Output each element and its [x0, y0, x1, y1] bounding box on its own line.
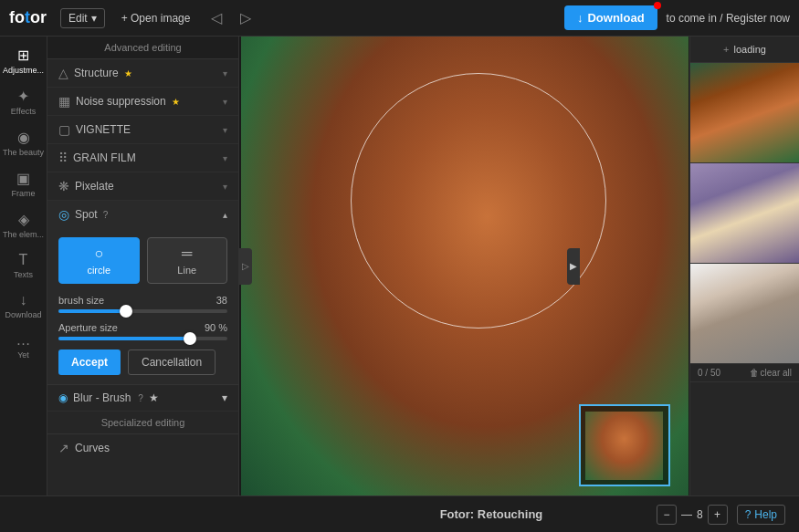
tool-label: GRAIN FILM [73, 151, 136, 164]
tool-panel: Advanced editing △ Structure ★ ▾ ▦ Noise… [47, 37, 239, 495]
sidebar-item-effects[interactable]: ✦ Effects [0, 82, 47, 121]
brush-size-slider[interactable] [58, 309, 227, 313]
brush-size-fill [58, 309, 126, 313]
spot-header[interactable]: ◎ Spot ? ▴ [47, 201, 238, 228]
right-thumb-1[interactable] [690, 63, 799, 163]
sidebar-item-adjustments[interactable]: ⊞ Adjustme... [0, 41, 47, 80]
download-sidebar-icon: ↓ [20, 292, 27, 308]
frame-icon: ▣ [16, 170, 30, 187]
expand-handle[interactable]: ▷ [239, 248, 252, 285]
grain-icon: ⠿ [58, 151, 68, 165]
canvas-image [241, 37, 689, 495]
zoom-in-button[interactable]: + [708, 505, 728, 525]
logo: fotor [9, 8, 47, 27]
spot-tool-expanded: ◎ Spot ? ▴ ○ circle ═ Line [47, 201, 238, 385]
clear-all-label: clear all [761, 368, 792, 378]
line-label: Line [177, 265, 196, 276]
right-thumb-2[interactable] [690, 163, 799, 264]
effects-icon: ✦ [17, 88, 29, 105]
grain-film-tool[interactable]: ⠿ GRAIN FILM ▾ [47, 144, 238, 172]
topbar: fotor Edit ▾ + Open image ◁ ▷ ↓ Download… [0, 0, 799, 37]
curves-icon: ↗ [58, 441, 69, 455]
aperture-size-label: Aperture size [58, 322, 118, 333]
gold-star-icon: ★ [149, 391, 159, 404]
cancel-button[interactable]: Cancellation [128, 349, 216, 375]
thumb-inner-image [585, 412, 663, 480]
brush-size-thumb[interactable] [120, 305, 132, 318]
aperture-size-value: 90 [205, 322, 216, 333]
sidebar-item-frame[interactable]: ▣ Frame [0, 164, 47, 203]
texts-icon: T [19, 252, 28, 268]
clear-all-button[interactable]: 🗑 clear all [750, 368, 792, 378]
line-mode-button[interactable]: ═ Line [147, 237, 228, 284]
accept-button[interactable]: Accept [58, 349, 121, 375]
zoom-separator: — [681, 508, 692, 521]
download-icon: ↓ [577, 11, 583, 25]
thumbnail-image-1 [690, 63, 799, 162]
mode-buttons: ○ circle ═ Line [58, 237, 227, 284]
chevron-down-icon: ▾ [223, 97, 227, 107]
help-label: Help [754, 508, 777, 521]
circle-mode-button[interactable]: ○ circle [58, 237, 140, 284]
sidebar-item-beauty[interactable]: ◉ The beauty [0, 123, 47, 162]
structure-tool[interactable]: △ Structure ★ ▾ [47, 59, 238, 88]
chevron-down-icon: ▾ [223, 125, 227, 135]
right-panel-toggle[interactable]: ▶ [567, 248, 580, 285]
tool-label: Structure [74, 67, 119, 79]
sidebar-item-label: Frame [11, 189, 35, 198]
edit-menu[interactable]: Edit ▾ [60, 8, 105, 28]
forward-button[interactable]: ▷ [236, 6, 256, 29]
gold-star-icon: ★ [124, 68, 132, 78]
sidebar-item-download[interactable]: ↓ Download [0, 287, 47, 325]
sidebar-item-label: The beauty [3, 148, 44, 157]
advanced-editing-title: Advanced editing [47, 37, 238, 59]
photo-count: 0 / 50 [698, 368, 720, 378]
aperture-size-fill [58, 337, 190, 340]
pixelate-icon: ❋ [58, 179, 69, 193]
register-text[interactable]: to come in / Register now [667, 12, 790, 25]
canvas-area[interactable]: ▷ ▶ [239, 37, 689, 495]
chevron-up-icon: ▴ [223, 210, 227, 220]
aperture-size-slider[interactable] [58, 337, 227, 340]
thumbnail-preview[interactable] [579, 404, 670, 486]
beauty-icon: ◉ [17, 129, 30, 146]
tool-label: Noise suppression [76, 95, 166, 108]
sidebar-item-elements[interactable]: ◈ The elem... [0, 205, 47, 245]
noise-suppression-tool[interactable]: ▦ Noise suppression ★ ▾ [47, 88, 238, 116]
aperture-size-thumb[interactable] [184, 332, 196, 345]
thumbnail-image-3 [690, 264, 799, 363]
zoom-out-button[interactable]: − [657, 505, 677, 525]
noise-icon: ▦ [58, 94, 70, 109]
bottom-title: Fotor: Retouching [335, 507, 647, 521]
vignette-tool[interactable]: ▢ VIGNETTE ▾ [47, 116, 238, 144]
sidebar-item-yet[interactable]: … Yet [0, 327, 47, 365]
back-button[interactable]: ◁ [206, 6, 226, 29]
aperture-size-label-row: Aperture size 90 % [58, 322, 227, 333]
open-image-button[interactable]: + Open image [114, 9, 198, 27]
right-sidebar: + loading 0 / 50 🗑 clear all [689, 37, 799, 495]
sidebar-item-label: The elem... [3, 230, 44, 239]
sidebar-item-texts[interactable]: T Texts [0, 246, 47, 285]
plus-icon: + [723, 44, 729, 55]
download-button[interactable]: ↓ Download [564, 5, 657, 30]
count-clear-row: 0 / 50 🗑 clear all [690, 364, 799, 382]
curves-tool[interactable]: ↗ Curves [47, 434, 238, 462]
trash-icon: 🗑 [750, 368, 759, 378]
pixelate-tool[interactable]: ❋ Pixelate ▾ [47, 172, 238, 201]
aperture-size-value-unit: 90 % [205, 322, 227, 333]
vignette-icon: ▢ [58, 122, 70, 137]
yet-icon: … [16, 332, 31, 349]
spot-label: Spot [75, 208, 98, 221]
right-thumb-3[interactable] [690, 264, 799, 364]
spot-info-icon: ? [103, 210, 109, 220]
thumbnail-image-2 [690, 163, 799, 263]
help-button[interactable]: ? Help [737, 505, 785, 525]
chevron-down-icon: ▾ [222, 391, 227, 404]
sidebar-item-label: Adjustme... [3, 66, 44, 75]
brush-size-label-row: brush size 38 [58, 295, 227, 306]
left-sidebar: ⊞ Adjustme... ✦ Effects ◉ The beauty ▣ F… [0, 37, 47, 495]
gold-star-icon: ★ [172, 97, 180, 107]
chevron-down-icon: ▾ [223, 153, 227, 163]
loading-label: loading [733, 44, 765, 55]
blur-brush-tool[interactable]: ◉ Blur - Brush ? ★ ▾ [47, 385, 238, 412]
